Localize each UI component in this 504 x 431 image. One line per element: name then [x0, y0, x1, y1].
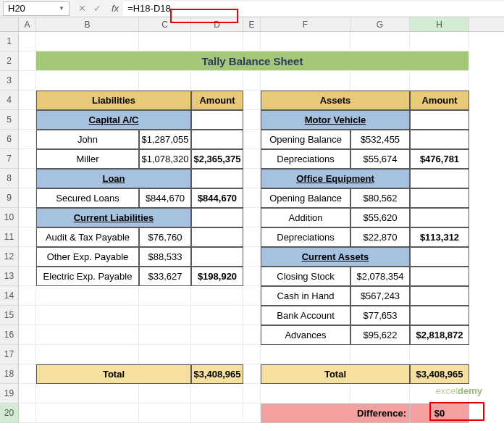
liab-name[interactable]: Other Exp. Payable [36, 247, 139, 267]
asset-sub[interactable]: Current Assets [261, 247, 410, 267]
asset-val[interactable]: $2,078,354 [350, 267, 410, 286]
asset-amt[interactable] [410, 169, 469, 188]
asset-amt[interactable] [410, 247, 469, 267]
asset-val[interactable]: $55,620 [350, 208, 410, 227]
cell[interactable] [243, 267, 261, 286]
cell[interactable] [243, 325, 261, 345]
cell[interactable] [243, 345, 261, 364]
cell[interactable] [139, 71, 191, 91]
cell[interactable] [19, 51, 36, 71]
cell[interactable] [243, 364, 261, 384]
liab-subtotal[interactable] [191, 130, 243, 149]
asset-val[interactable]: $95,622 [350, 325, 410, 345]
asset-subtotal[interactable] [410, 286, 469, 306]
cell[interactable] [19, 169, 36, 188]
row-header-7[interactable]: 7 [0, 149, 19, 169]
amount-header-left[interactable]: Amount [191, 91, 243, 110]
cell[interactable] [19, 130, 36, 149]
cell[interactable] [36, 403, 139, 423]
liab-subtotal[interactable]: $2,365,375 [191, 149, 243, 169]
cell[interactable] [19, 208, 36, 227]
cell[interactable] [19, 91, 36, 110]
row-header-20[interactable]: 20 [0, 403, 19, 423]
assets-header[interactable]: Assets [261, 91, 410, 110]
cell[interactable] [350, 71, 410, 91]
cell[interactable] [19, 247, 36, 267]
liab-val[interactable]: $33,627 [139, 267, 191, 286]
cell[interactable] [261, 71, 350, 91]
col-header-G[interactable]: G [350, 17, 410, 31]
cell[interactable] [36, 71, 139, 91]
asset-name[interactable]: Depreciations [261, 227, 350, 247]
confirm-icon[interactable]: ✓ [93, 3, 101, 14]
cell[interactable] [36, 384, 139, 403]
liab-amt[interactable] [191, 208, 243, 227]
cell[interactable] [139, 306, 191, 325]
liab-total-label[interactable]: Total [36, 364, 191, 384]
asset-val[interactable]: $567,243 [350, 286, 410, 306]
cell[interactable] [243, 32, 261, 51]
cell[interactable] [191, 71, 243, 91]
asset-subtotal[interactable]: $476,781 [410, 149, 469, 169]
asset-sub[interactable]: Office Equipment [261, 169, 410, 188]
liab-val[interactable]: $1,078,320 [139, 149, 191, 169]
liab-subtotal[interactable]: $844,670 [191, 188, 243, 208]
cell[interactable] [19, 345, 36, 364]
cancel-icon[interactable]: ✕ [78, 3, 86, 14]
cell[interactable] [243, 71, 261, 91]
sheet-title[interactable]: Tally Balance Sheet [36, 51, 469, 71]
cell[interactable] [139, 286, 191, 306]
spreadsheet-grid[interactable]: Tally Balance SheetLiabilitiesAmountAsse… [19, 32, 504, 423]
liab-name[interactable]: John [36, 130, 139, 149]
difference-value[interactable]: $0 [410, 403, 469, 423]
cell[interactable] [139, 32, 191, 51]
cell[interactable] [261, 345, 350, 364]
asset-subtotal[interactable] [410, 306, 469, 325]
row-header-5[interactable]: 5 [0, 110, 19, 130]
col-header-A[interactable]: A [19, 17, 36, 31]
cell[interactable] [19, 325, 36, 345]
row-header-6[interactable]: 6 [0, 130, 19, 149]
cell[interactable] [243, 247, 261, 267]
col-header-D[interactable]: D [191, 17, 243, 31]
asset-total-label[interactable]: Total [261, 364, 410, 384]
cell[interactable] [191, 384, 243, 403]
row-header-8[interactable]: 8 [0, 169, 19, 188]
asset-name[interactable]: Depreciations [261, 149, 350, 169]
cell[interactable] [19, 71, 36, 91]
cell[interactable] [243, 188, 261, 208]
asset-subtotal[interactable] [410, 130, 469, 149]
cell[interactable] [243, 110, 261, 130]
liab-val[interactable]: $88,533 [139, 247, 191, 267]
row-header-4[interactable]: 4 [0, 91, 19, 110]
cell[interactable] [243, 149, 261, 169]
cell[interactable] [243, 227, 261, 247]
cell[interactable] [261, 32, 350, 51]
col-header-E[interactable]: E [243, 17, 261, 31]
liab-sub[interactable]: Loan [36, 169, 191, 188]
cell[interactable] [243, 169, 261, 188]
liab-subtotal[interactable] [191, 227, 243, 247]
row-header-14[interactable]: 14 [0, 286, 19, 306]
asset-subtotal[interactable] [410, 267, 469, 286]
row-header-12[interactable]: 12 [0, 247, 19, 267]
asset-name[interactable]: Advances [261, 325, 350, 345]
asset-sub[interactable]: Motor Vehicle [261, 110, 410, 130]
cell[interactable] [191, 286, 243, 306]
cell[interactable] [191, 345, 243, 364]
cell[interactable] [36, 32, 139, 51]
cell[interactable] [19, 306, 36, 325]
cell[interactable] [19, 188, 36, 208]
cell[interactable] [350, 32, 410, 51]
row-header-2[interactable]: 2 [0, 51, 19, 71]
liab-amt[interactable] [191, 169, 243, 188]
asset-name[interactable]: Closing Stock [261, 267, 350, 286]
name-box[interactable]: H20 ▼ [3, 1, 70, 16]
cell[interactable] [19, 149, 36, 169]
col-header-B[interactable]: B [36, 17, 139, 31]
cell[interactable] [19, 32, 36, 51]
asset-amt[interactable] [410, 110, 469, 130]
cell[interactable] [139, 403, 191, 423]
asset-subtotal[interactable] [410, 208, 469, 227]
cell[interactable] [243, 91, 261, 110]
